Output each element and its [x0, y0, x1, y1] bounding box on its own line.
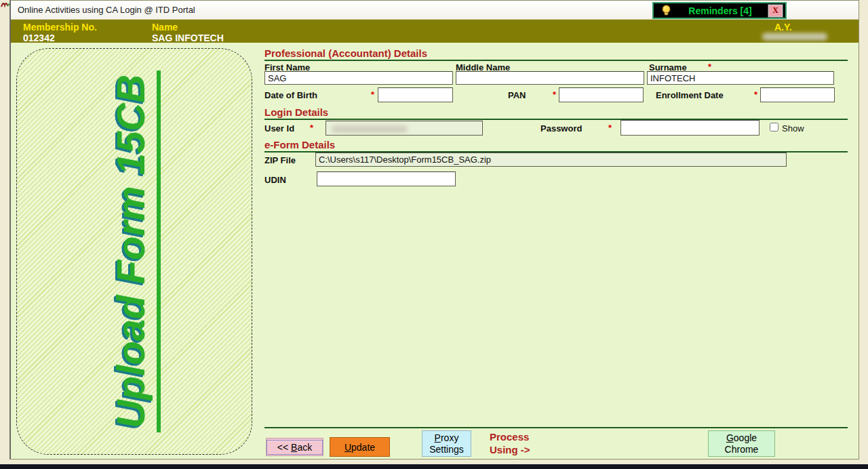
enrollment-date-label: Enrollment Date: [656, 90, 724, 100]
back-button[interactable]: << Back: [266, 438, 323, 456]
pan-required-asterisk: *: [553, 89, 556, 100]
assessment-year-label: A.Y.: [774, 22, 792, 33]
udin-input[interactable]: [317, 171, 456, 186]
watermark-panel: Upload Form 15CB: [16, 48, 252, 455]
section-login-details: Login Details: [264, 106, 328, 118]
password-label: Password: [540, 123, 582, 134]
date-of-birth-input[interactable]: [378, 87, 453, 102]
desktop: Online Activities using CA Login @ ITD P…: [0, 0, 868, 469]
date-of-birth-label: Date of Birth: [264, 90, 317, 100]
section-professional-details: Professional (Accountant) Details: [264, 47, 427, 59]
user-id-label: User Id: [264, 123, 294, 134]
password-required-asterisk: *: [608, 123, 612, 133]
google-chrome-button[interactable]: Google Chrome: [708, 430, 775, 457]
date-of-birth-required-asterisk: *: [371, 89, 374, 100]
process-using-label: Process Using ->: [490, 430, 530, 456]
surname-required-asterisk: *: [708, 62, 711, 72]
section-rule: [264, 119, 848, 120]
show-password-checkbox[interactable]: [770, 123, 778, 131]
footer-rule: [264, 427, 848, 428]
pan-input[interactable]: [559, 87, 644, 102]
zip-file-input[interactable]: [315, 152, 787, 167]
watermark-text: Upload Form 15CB: [108, 70, 161, 432]
membership-label: Membership No.: [23, 22, 97, 33]
reminders-close-button[interactable]: X: [768, 5, 783, 17]
first-name-input[interactable]: [264, 71, 453, 85]
app-window: Online Activities using CA Login @ ITD P…: [9, 0, 859, 460]
enrollment-date-required-asterisk: *: [754, 89, 757, 100]
section-eform-details: e-Form Details: [264, 139, 335, 150]
info-bar: Membership No. 012342 Name SAG INFOTECH …: [11, 20, 859, 43]
proxy-settings-button[interactable]: Proxy Settings: [422, 430, 471, 457]
surname-input[interactable]: [647, 71, 834, 85]
bulb-icon: [660, 4, 672, 17]
user-id-required-asterisk: *: [310, 123, 313, 133]
show-password-label: Show: [782, 123, 804, 134]
reminders-widget[interactable]: Reminders [4] X: [652, 2, 787, 19]
section-rule: [264, 60, 848, 61]
password-input[interactable]: [620, 120, 760, 136]
form-content: Upload Form 15CB Professional (Accountan…: [11, 43, 859, 459]
name-value: SAG INFOTECH: [152, 33, 224, 43]
window-title: Online Activities using CA Login @ ITD P…: [18, 5, 195, 15]
update-button[interactable]: Update: [330, 437, 390, 457]
taskbar-strip: [0, 464, 868, 469]
pan-label: PAN: [508, 90, 526, 100]
assessment-year-value-redacted: [762, 33, 827, 41]
user-id-value-redacted: [332, 124, 408, 132]
zip-file-label: ZIP File: [264, 155, 296, 165]
name-label: Name: [152, 22, 178, 33]
membership-value: 012342: [23, 33, 55, 43]
reminders-label: Reminders [4]: [672, 5, 768, 16]
udin-label: UDIN: [264, 175, 286, 185]
middle-name-input[interactable]: [456, 71, 644, 85]
user-id-field[interactable]: [326, 121, 483, 136]
enrollment-date-input[interactable]: [760, 87, 835, 102]
